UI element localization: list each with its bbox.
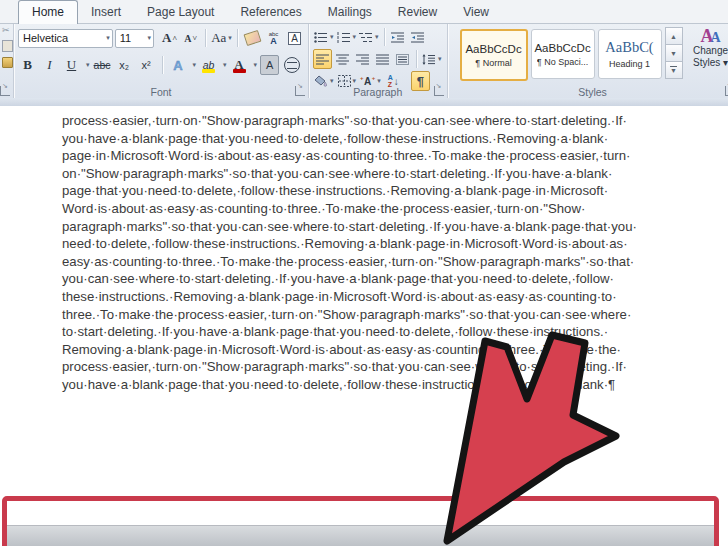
ribbon-tab[interactable]: Review [385,1,450,23]
justify-icon [376,54,389,65]
highlight-color-swatch [202,69,215,73]
clear-formatting-button[interactable] [243,28,262,48]
eraser-icon [243,30,261,46]
document-line: Removing·a·blank·page·in·Microsoft·Word·… [62,341,662,359]
ribbon-tab[interactable]: Mailings [315,1,385,23]
increase-indent-icon [411,32,425,43]
document-line: to·start·deleting.·If·you·have·a·blank·p… [62,323,662,341]
document-line: paragraph·marks"·so·that·you·can·see·whe… [62,218,662,236]
style-preview: AaBbCcDc [534,42,590,54]
font-color-button[interactable]: A [230,55,249,75]
document-page[interactable]: process·easier,·turn·on·"Show·paragraph·… [0,106,728,546]
line-spacing-button[interactable]: ▾ [421,49,443,69]
font-name-value: Helvetica [23,32,68,44]
align-left-button[interactable] [313,49,332,69]
align-right-button[interactable] [353,49,372,69]
font-group-label: Font [14,86,308,98]
increase-indent-button[interactable] [409,27,428,47]
document-line: process·easier,·turn·on·"Show·paragraph·… [62,358,662,376]
justify-button[interactable] [373,49,392,69]
down-arrow-icon: ↓ [394,76,399,87]
document-line: need·to·delete,·follow·these·instruction… [62,235,662,253]
align-center-button[interactable] [333,49,352,69]
paragraph-dialog-launcher[interactable] [434,86,444,96]
numbering-button[interactable]: ▾ [336,27,358,47]
document-line: page·that·you·need·to·delete,·follow·the… [62,182,662,200]
superscript-button[interactable]: x² [137,55,156,75]
shrink-font-button[interactable]: A [181,28,200,48]
distribute-icon [396,54,409,65]
paragraph-group-label: Paragraph [309,86,447,98]
style-card[interactable]: AaBbCcDc ¶ Normal [460,29,528,81]
grow-font-button[interactable]: A [160,28,179,48]
document-line: three.·To·make·the·process·easier,·turn·… [62,306,662,324]
styles-dialog-launcher[interactable] [725,86,728,96]
phonetic-guide-button[interactable]: abc A [264,28,283,48]
bold-button[interactable]: B [18,55,37,75]
change-styles-label-2: Styles ▾ [693,57,728,69]
ribbon-tab[interactable]: References [227,1,314,23]
font-dialog-launcher[interactable] [295,86,305,96]
asian-layout-icon: A [360,76,375,87]
chevron-down-icon: ▾ [228,34,232,42]
chevron-down-icon[interactable]: ▾ [254,61,258,69]
ribbon-tab-bar: HomeInsertPage LayoutReferencesMailingsR… [0,0,728,24]
character-shading-button[interactable]: A [260,55,279,75]
decrease-indent-button[interactable] [389,27,408,47]
document-text[interactable]: process·easier,·turn·on·"Show·paragraph·… [62,112,662,394]
styles-gallery: AaBbCcDc ¶ Normal AaBbCcDc ¶ No Spaci...… [460,29,662,81]
styles-group-label: Styles [448,86,728,98]
change-case-button[interactable]: Aa▾ [211,28,232,48]
align-right-icon [356,54,369,65]
enclose-characters-button[interactable] [282,55,301,75]
character-border-button[interactable]: A [285,28,304,48]
change-styles-button[interactable]: AA Change Styles ▾ [688,27,728,68]
font-size-combo[interactable]: 11 ▾ [115,29,154,48]
bullets-button[interactable]: ▾ [313,27,335,47]
text-effects-button[interactable]: A [169,55,188,75]
chevron-down-icon[interactable]: ▾ [86,61,90,69]
style-preview: AaBbCcDc [465,43,521,55]
clipboard-dialog-launcher[interactable] [0,86,10,96]
underline-button[interactable]: U [62,55,81,75]
ribbon-tab[interactable]: Insert [78,1,134,23]
change-styles-label-1: Change [693,45,728,57]
document-line: on·"Show·paragraph·marks"·so·that·you·ca… [62,165,662,183]
multilevel-list-button[interactable]: ▾ [358,27,380,47]
word-window: HomeInsertPage LayoutReferencesMailingsR… [0,0,728,546]
strikethrough-button[interactable]: abc [93,55,112,75]
change-styles-icon: AA [700,27,720,45]
chevron-down-icon: ▾ [103,34,110,42]
subscript-button[interactable]: x₂ [115,55,134,75]
style-card[interactable]: AaBbC( Heading 1 [598,29,662,79]
paste-icon[interactable] [2,40,13,52]
blank-page-highlight-box [2,496,719,546]
highlight-color-button[interactable]: ab [199,55,218,75]
style-preview: AaBbC( [605,39,653,56]
chevron-down-icon[interactable]: ▾ [223,61,227,69]
styles-group: AaBbCcDc ¶ Normal AaBbCcDc ¶ No Spaci...… [448,24,728,98]
ribbon-tab[interactable]: Home [18,0,78,24]
styles-more-button[interactable]: ▼ [665,61,683,79]
styles-scroll-up-button[interactable]: ▲ [665,27,683,45]
ribbon-tab[interactable]: Page Layout [134,1,227,23]
distribute-button[interactable] [393,49,412,69]
style-card[interactable]: AaBbCcDc ¶ No Spaci... [531,29,595,79]
format-painter-icon[interactable] [2,57,13,68]
style-name: ¶ Normal [475,58,511,68]
ribbon-tab[interactable]: View [450,1,502,23]
line-spacing-icon [422,54,436,65]
styles-scroll: ▲ ▼ ▼ [665,27,683,79]
document-line: easy·as·counting·to·three.·To·make·the·p… [62,253,662,271]
styles-scroll-down-button[interactable]: ▼ [665,44,683,62]
chevron-down-icon[interactable]: ▾ [193,61,197,69]
cut-icon[interactable]: ✂ [2,26,11,35]
font-group: Helvetica ▾ 11 ▾ A A Aa▾ abc [14,24,309,98]
style-name: ¶ No Spaci... [537,57,588,67]
document-line: these·instructions.·Removing·a·blank·pag… [62,288,662,306]
italic-button[interactable]: I [40,55,59,75]
font-name-combo[interactable]: Helvetica ▾ [18,29,113,48]
align-left-icon [316,54,329,65]
multilevel-list-icon [359,32,373,43]
font-size-value: 11 [120,32,131,44]
